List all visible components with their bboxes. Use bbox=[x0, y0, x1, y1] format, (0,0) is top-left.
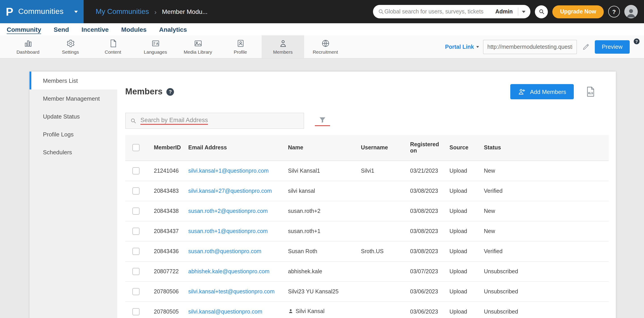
member-email-link[interactable]: silvi.kansal+27@questionpro.com bbox=[188, 188, 272, 194]
cell-select bbox=[125, 160, 150, 181]
cell-name: Susan Roth bbox=[284, 241, 357, 261]
table-row: 21241046silvi.kansal+1@questionpro.comSi… bbox=[125, 160, 609, 181]
languages-icon: A bbox=[151, 39, 160, 48]
add-members-button[interactable]: Add Members bbox=[510, 84, 574, 99]
nav-item-send[interactable]: Send bbox=[54, 26, 69, 33]
toolbar-item-content[interactable]: Content bbox=[92, 35, 134, 58]
toolbar-item-recruitment[interactable]: Recruitment bbox=[304, 35, 346, 58]
search-scope-label[interactable]: Admin bbox=[495, 8, 513, 15]
cell-registered: 03/07/2023 bbox=[406, 261, 446, 281]
toolbar-item-dashboard[interactable]: Dashboard bbox=[7, 35, 49, 58]
header-email-address[interactable]: Email Address bbox=[185, 135, 284, 160]
product-label: Communities bbox=[18, 7, 69, 16]
cell-member-id: 20843483 bbox=[150, 181, 185, 201]
preview-button[interactable]: Preview bbox=[595, 40, 630, 54]
user-avatar[interactable] bbox=[624, 5, 638, 18]
app-viewport: P Communities My Communities › Member Mo… bbox=[0, 0, 644, 318]
portal-url-input[interactable] bbox=[483, 40, 577, 54]
cell-registered: 03/08/2023 bbox=[406, 241, 446, 261]
row-checkbox[interactable] bbox=[132, 288, 140, 295]
edit-portal-url-button[interactable] bbox=[581, 42, 591, 52]
sidebar-item-members-list[interactable]: Members List bbox=[30, 72, 117, 90]
table-row: 20843438susan.roth+2@questionpro.comsusa… bbox=[125, 201, 609, 221]
xls-export-button[interactable]: XLS bbox=[584, 86, 596, 98]
cell-username bbox=[357, 261, 406, 281]
toolbar-item-settings[interactable]: Settings bbox=[49, 35, 92, 58]
product-switcher[interactable]: P Communities bbox=[0, 0, 84, 23]
member-email-link[interactable]: silvi.kansal@questionpro.com bbox=[188, 308, 262, 315]
nav-item-modules[interactable]: Modules bbox=[121, 26, 147, 33]
help-badge[interactable]: ? bbox=[634, 38, 640, 44]
cell-registered: 03/08/2023 bbox=[406, 221, 446, 241]
toolbar-right: Portal Link Preview ? bbox=[445, 35, 644, 58]
topbar-right: Admin Upgrade Now ? bbox=[373, 5, 644, 18]
header-source[interactable]: Source bbox=[446, 135, 480, 160]
members-help-badge[interactable]: ? bbox=[166, 88, 174, 96]
row-checkbox[interactable] bbox=[132, 187, 140, 194]
breadcrumb: My Communities › Member Modu... bbox=[96, 8, 208, 16]
portal-link-label: Portal Link bbox=[445, 44, 474, 50]
row-checkbox[interactable] bbox=[132, 248, 140, 255]
cell-source: Upload bbox=[446, 241, 480, 261]
header-username[interactable]: Username bbox=[357, 135, 406, 160]
sidebar-item-member-management[interactable]: Member Management bbox=[30, 90, 117, 107]
member-email-link[interactable]: susan.roth@questionpro.com bbox=[188, 248, 262, 254]
cell-select bbox=[125, 181, 150, 201]
nav-item-analytics[interactable]: Analytics bbox=[159, 26, 187, 33]
select-all-checkbox[interactable] bbox=[132, 144, 140, 152]
toolbar-item-label: Profile bbox=[234, 49, 247, 54]
sidebar-item-profile-logs[interactable]: Profile Logs bbox=[30, 125, 117, 143]
row-checkbox[interactable] bbox=[132, 207, 140, 214]
member-search-input[interactable]: Search by Email Address bbox=[125, 113, 304, 129]
cell-email: silvi.kansal@questionpro.com bbox=[185, 302, 284, 318]
cell-name: Silvi23 YU Kansal25 bbox=[284, 281, 357, 302]
breadcrumb-parent-link[interactable]: My Communities bbox=[96, 8, 149, 16]
nav-item-community[interactable]: Community bbox=[7, 26, 41, 33]
sidebar-item-update-status[interactable]: Update Status bbox=[30, 107, 117, 125]
table-row: 20843436susan.roth@questionpro.comSusan … bbox=[125, 241, 609, 261]
member-email-link[interactable]: susan.roth+2@questionpro.com bbox=[188, 208, 268, 214]
help-button[interactable]: ? bbox=[608, 6, 620, 18]
toolbar-item-languages[interactable]: ALanguages bbox=[134, 35, 177, 58]
members-search-row: Search by Email Address bbox=[125, 113, 609, 129]
cell-name: Silvi Kansal bbox=[284, 302, 357, 318]
chevron-down-icon[interactable] bbox=[522, 10, 526, 13]
header-name[interactable]: Name bbox=[284, 135, 357, 160]
cell-select bbox=[125, 221, 150, 241]
toolbar-item-profile[interactable]: Profile bbox=[219, 35, 262, 58]
members-card: Members ListMember ManagementUpdate Stat… bbox=[30, 72, 616, 318]
sidebar-item-schedulers[interactable]: Schedulers bbox=[30, 143, 117, 161]
members-table-header-row: MemberIDEmail AddressNameUsernameRegiste… bbox=[125, 135, 609, 160]
header-status[interactable]: Status bbox=[480, 135, 609, 160]
header-registered-on[interactable]: Registered on bbox=[406, 135, 446, 160]
member-email-link[interactable]: silvi.kansal+1@questionpro.com bbox=[188, 168, 269, 174]
filter-button[interactable] bbox=[315, 116, 330, 126]
nav-item-incentive[interactable]: Incentive bbox=[82, 26, 108, 33]
filter-underline bbox=[315, 125, 330, 126]
member-email-link[interactable]: susan.roth+1@questionpro.com bbox=[188, 228, 268, 234]
row-checkbox[interactable] bbox=[132, 308, 140, 315]
header-memberid[interactable]: MemberID bbox=[150, 135, 185, 160]
toolbar-item-members[interactable]: Members bbox=[262, 35, 304, 58]
cell-member-id: 20843436 bbox=[150, 241, 185, 261]
row-checkbox[interactable] bbox=[132, 268, 140, 275]
member-email-link[interactable]: abhishek.kale@questionpro.com bbox=[188, 268, 270, 274]
table-row: 20843483silvi.kansal+27@questionpro.coms… bbox=[125, 181, 609, 201]
person-icon bbox=[288, 308, 294, 315]
cell-source: Upload bbox=[446, 221, 480, 241]
global-search-button[interactable] bbox=[535, 5, 548, 18]
portal-link-dropdown[interactable]: Portal Link bbox=[445, 44, 479, 50]
cell-registered: 03/21/2023 bbox=[406, 160, 446, 181]
row-checkbox[interactable] bbox=[132, 167, 140, 174]
cell-registered: 03/08/2023 bbox=[406, 181, 446, 201]
toolbar-item-media-library[interactable]: Media Library bbox=[177, 35, 219, 58]
row-checkbox[interactable] bbox=[132, 228, 140, 234]
upgrade-now-button[interactable]: Upgrade Now bbox=[552, 5, 604, 18]
cell-member-id: 20843438 bbox=[150, 201, 185, 221]
cell-member-id: 20843437 bbox=[150, 221, 185, 241]
member-email-link[interactable]: silvi.kansal+test@questionpro.com bbox=[188, 288, 274, 294]
cell-email: susan.roth+2@questionpro.com bbox=[185, 201, 284, 221]
profile-icon bbox=[236, 39, 245, 48]
divider bbox=[518, 8, 518, 16]
global-search-input[interactable] bbox=[384, 8, 492, 15]
